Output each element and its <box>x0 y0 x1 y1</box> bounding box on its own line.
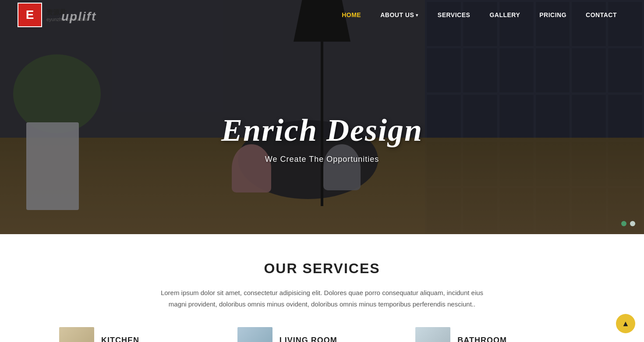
hero-section: uplift Enrich Design We Create The Oppor… <box>0 0 644 234</box>
nav-pricing-link[interactable]: PRICING <box>530 0 576 30</box>
service-item-living: LIVING ROOM <box>237 327 407 342</box>
back-to-top-icon: ▲ <box>622 319 630 328</box>
nav-item-gallery: GALLERY <box>480 0 530 30</box>
services-description: Lorem ipsum dolor sit amet, consectetur … <box>156 287 488 310</box>
services-heading: OUR SERVICES <box>18 260 626 277</box>
chevron-down-icon: ▾ <box>416 13 418 18</box>
nav-home-link[interactable]: HOME <box>332 0 371 30</box>
logo-text-block: 资源君 eyunzhu.com/vdisk <box>46 8 88 22</box>
nav-services-link[interactable]: SERVICES <box>428 0 480 30</box>
logo-url: eyunzhu.com/vdisk <box>46 17 88 22</box>
nav-item-pricing: PRICING <box>530 0 576 30</box>
logo-icon: E <box>18 3 42 27</box>
service-thumb-kitchen <box>59 327 94 342</box>
service-label-living: LIVING ROOM <box>280 336 337 342</box>
service-thumb-bathroom <box>415 327 450 342</box>
nav-item-about: ABOUT US ▾ <box>371 0 428 30</box>
hero-subtitle: We Create The Opportunities <box>0 155 644 164</box>
hero-content: Enrich Design We Create The Opportunitie… <box>0 113 644 164</box>
slider-dot-1[interactable] <box>621 221 626 226</box>
slider-dots <box>621 221 635 226</box>
service-item-bathroom: BATHROOM <box>415 327 585 342</box>
nav-about-link[interactable]: ABOUT US ▾ <box>371 0 428 30</box>
nav-item-contact: CONTACT <box>576 0 626 30</box>
service-item-kitchen: KITCHEN <box>59 327 229 342</box>
nav-about-label: ABOUT US <box>380 11 414 18</box>
slider-dot-2[interactable] <box>630 221 635 226</box>
nav-item-services: SERVICES <box>428 0 480 30</box>
navbar: E 资源君 eyunzhu.com/vdisk HOME ABOUT US ▾ … <box>0 0 644 30</box>
logo-link[interactable]: E 资源君 eyunzhu.com/vdisk <box>18 3 88 27</box>
services-section: OUR SERVICES Lorem ipsum dolor sit amet,… <box>0 234 644 342</box>
service-label-bathroom: BATHROOM <box>457 336 507 342</box>
nav-contact-link[interactable]: CONTACT <box>576 0 626 30</box>
service-thumb-living <box>237 327 272 342</box>
nav-item-home: HOME <box>332 0 371 30</box>
back-to-top-button[interactable]: ▲ <box>616 314 635 333</box>
nav-links: HOME ABOUT US ▾ SERVICES GALLERY PRICING… <box>332 0 626 30</box>
logo-chinese: 资源君 <box>46 8 88 17</box>
service-label-kitchen: KITCHEN <box>101 336 139 342</box>
services-grid: KITCHEN LIVING ROOM BATHROOM <box>59 327 585 342</box>
logo-letter: E <box>26 8 34 22</box>
hero-title: Enrich Design <box>0 113 644 148</box>
nav-gallery-link[interactable]: GALLERY <box>480 0 530 30</box>
